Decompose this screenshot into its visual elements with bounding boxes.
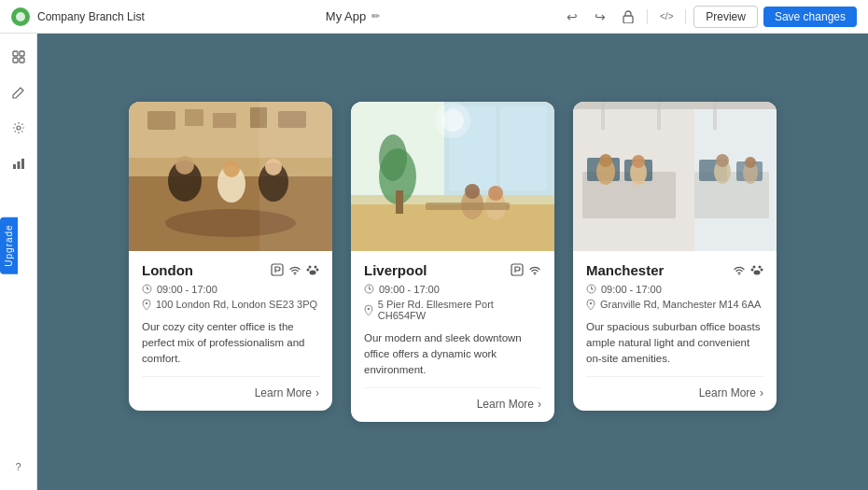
card-london-hours: 09:00 - 17:00 — [157, 284, 217, 295]
card-liverpool-address: 5 Pier Rd. Ellesmere Port CH654FW — [378, 299, 541, 321]
card-london-address-row: 100 London Rd, London SE23 3PQ — [142, 299, 319, 310]
cards-container: London 09:00 - 17:00 — [129, 102, 777, 423]
sidebar-item-grid[interactable] — [5, 43, 33, 71]
svg-point-74 — [745, 157, 756, 168]
card-manchester-title-row: Manchester — [586, 262, 763, 278]
location-icon-2 — [364, 304, 373, 315]
svg-rect-37 — [351, 204, 554, 251]
svg-rect-9 — [21, 159, 24, 169]
sidebar-item-help[interactable]: ? — [5, 453, 33, 481]
svg-rect-40 — [500, 106, 547, 190]
card-london-learn-more[interactable]: Learn More › — [255, 386, 319, 399]
sidebar-item-pen[interactable] — [5, 78, 33, 106]
svg-rect-58 — [601, 102, 605, 130]
svg-rect-2 — [13, 51, 18, 56]
pets-icon-2 — [750, 263, 763, 276]
sidebar-item-gear[interactable] — [5, 114, 33, 142]
svg-point-28 — [309, 266, 312, 269]
svg-point-54 — [368, 307, 371, 310]
card-liverpool-image — [351, 102, 554, 251]
chevron-right-icon-3: › — [760, 386, 763, 399]
svg-point-75 — [738, 273, 740, 275]
card-london-hours-row: 09:00 - 17:00 — [142, 284, 319, 295]
pets-icon — [306, 263, 319, 276]
svg-point-32 — [310, 271, 316, 275]
svg-point-30 — [307, 269, 310, 272]
card-liverpool-hours: 09:00 - 17:00 — [379, 284, 440, 295]
card-manchester: Manchester 09:00 - 17:00 Granville Rd, M… — [573, 102, 777, 412]
undo-button[interactable]: ↩ — [561, 6, 583, 28]
chevron-right-icon-2: › — [538, 398, 541, 411]
svg-point-52 — [534, 273, 536, 275]
code-button[interactable]: </> — [655, 6, 678, 28]
card-manchester-hours: 09:00 - 17:00 — [601, 284, 662, 295]
card-liverpool-address-row: 5 Pier Rd. Ellesmere Port CH654FW — [364, 299, 541, 321]
redo-button[interactable]: ↪ — [589, 6, 611, 28]
svg-point-20 — [175, 156, 194, 175]
card-london-footer: Learn More › — [142, 376, 319, 399]
topbar-divider — [647, 9, 648, 24]
card-manchester-address: Granville Rd, Manchester M14 6AA — [600, 299, 761, 310]
card-liverpool: Liverpool 09:00 - 17:00 5 Pier Rd. Elles… — [351, 102, 554, 423]
svg-point-29 — [315, 266, 317, 269]
card-liverpool-footer: Learn More › — [364, 387, 541, 411]
card-manchester-learn-more[interactable]: Learn More › — [699, 386, 763, 399]
card-manchester-amenity-icons — [733, 263, 763, 276]
card-liverpool-learn-more[interactable]: Learn More › — [477, 398, 541, 411]
location-icon — [142, 299, 151, 310]
svg-rect-26 — [272, 264, 283, 275]
edit-icon[interactable]: ✏ — [371, 10, 380, 22]
card-manchester-description: Our spacious suburban office boasts ampl… — [586, 319, 763, 368]
preview-button[interactable]: Preview — [693, 6, 758, 28]
svg-point-31 — [316, 269, 319, 272]
center-title: My App — [326, 9, 366, 23]
app-logo — [11, 7, 30, 26]
svg-rect-4 — [13, 58, 18, 63]
svg-point-42 — [379, 134, 407, 181]
lock-button[interactable] — [617, 6, 639, 28]
card-liverpool-title: Liverpool — [364, 262, 427, 278]
card-london-address: 100 London Rd, London SE23 3PQ — [156, 299, 317, 310]
topbar-divider2 — [685, 9, 686, 24]
topbar-center: My App ✏ — [326, 9, 380, 23]
svg-point-77 — [759, 266, 762, 269]
svg-rect-15 — [185, 109, 203, 126]
svg-point-68 — [599, 154, 612, 167]
clock-icon-3 — [586, 284, 596, 294]
svg-point-78 — [751, 269, 754, 272]
wifi-icon — [288, 263, 301, 276]
svg-rect-3 — [20, 51, 24, 56]
card-london-body: London 09:00 - 17:00 — [129, 251, 332, 412]
svg-point-34 — [146, 301, 148, 304]
svg-point-22 — [223, 161, 240, 177]
card-manchester-body: Manchester 09:00 - 17:00 Granville Rd, M… — [573, 251, 777, 412]
svg-point-82 — [590, 301, 593, 304]
card-london-amenity-icons — [271, 263, 319, 276]
card-liverpool-body: Liverpool 09:00 - 17:00 5 Pier Rd. Elles… — [351, 251, 554, 423]
svg-point-0 — [16, 12, 25, 21]
svg-rect-43 — [396, 190, 403, 214]
card-manchester-footer: Learn More › — [586, 376, 763, 399]
save-button[interactable]: Save changes — [763, 7, 857, 27]
card-manchester-image — [573, 102, 777, 251]
card-manchester-title: Manchester — [586, 262, 664, 278]
card-london-title: London — [142, 262, 193, 278]
svg-point-76 — [753, 266, 756, 269]
svg-point-80 — [754, 271, 761, 275]
topbar-left: Company Branch List — [11, 7, 145, 26]
svg-rect-14 — [147, 111, 175, 130]
app-name-label: Company Branch List — [37, 10, 145, 23]
svg-rect-1 — [623, 16, 633, 23]
topbar-right: ↩ ↪ </> Preview Save changes — [561, 6, 857, 28]
svg-point-45 — [441, 109, 464, 132]
svg-point-47 — [465, 184, 480, 199]
svg-rect-50 — [426, 203, 510, 210]
svg-rect-7 — [13, 164, 16, 169]
card-liverpool-amenity-icons — [511, 263, 541, 276]
svg-point-72 — [716, 154, 729, 167]
svg-point-27 — [294, 273, 296, 275]
sidebar-item-chart[interactable] — [5, 149, 33, 177]
svg-rect-25 — [259, 102, 332, 251]
upgrade-tab[interactable]: Upgrade — [0, 217, 18, 273]
card-london-description: Our cozy city center office is the perfe… — [142, 319, 319, 368]
